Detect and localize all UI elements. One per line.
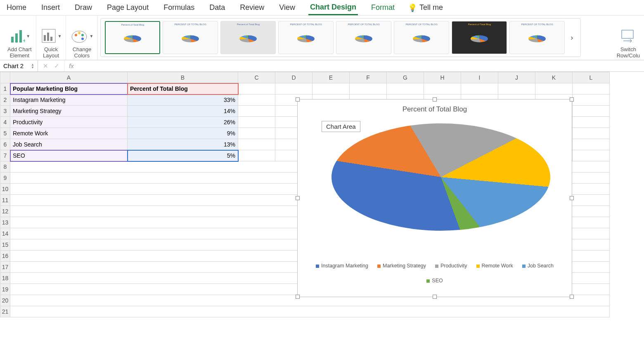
cell-b5[interactable]: 9% [128, 128, 238, 139]
col-header-h[interactable]: H [424, 72, 461, 83]
col-header-c[interactable]: C [238, 72, 275, 83]
gallery-more-button[interactable]: › [567, 33, 576, 42]
tab-home[interactable]: Home [5, 1, 28, 14]
col-header-e[interactable]: E [313, 72, 350, 83]
tell-me[interactable]: 💡 Tell me [408, 3, 443, 12]
change-colors[interactable]: ▼ Change Colors [66, 16, 98, 60]
cell[interactable] [573, 128, 610, 139]
cell-a6[interactable]: Job Search [10, 139, 128, 150]
row-header[interactable]: 4 [0, 117, 10, 128]
accept-formula-icon[interactable]: ✓ [54, 62, 59, 70]
row-header[interactable]: 5 [0, 128, 10, 139]
quick-layout[interactable]: ▼ Quick Layout [36, 16, 66, 60]
resize-handle[interactable] [296, 196, 300, 200]
cell-a7[interactable]: SEO [10, 150, 128, 161]
cell-a2[interactable]: Instagram Marketing [10, 95, 128, 106]
cell[interactable] [313, 83, 350, 95]
col-header-a[interactable]: A [10, 72, 128, 83]
name-box[interactable]: Chart 2 ▲▼ [0, 60, 38, 71]
cell[interactable] [573, 83, 610, 95]
row-header[interactable]: 6 [0, 139, 10, 150]
row-header[interactable]: 21 [0, 306, 10, 317]
legend-item[interactable]: Marketing Strategy [377, 263, 426, 269]
resize-handle[interactable] [570, 97, 574, 102]
legend-item[interactable]: Instagram Marketing [316, 263, 368, 269]
row-header[interactable]: 18 [0, 273, 10, 284]
select-all-corner[interactable] [0, 72, 10, 83]
row-header[interactable]: 3 [0, 106, 10, 117]
cell-a4[interactable]: Productivity [10, 117, 128, 128]
chart-style-7[interactable]: Percent of Total Blog [452, 21, 507, 54]
resize-handle[interactable] [433, 97, 437, 102]
row-header[interactable]: 16 [0, 251, 10, 262]
cell[interactable] [535, 83, 573, 95]
cell-a3[interactable]: Marketing Strategy [10, 106, 128, 117]
cell[interactable] [498, 83, 535, 95]
cell[interactable] [387, 83, 424, 95]
cell[interactable] [350, 83, 387, 95]
tab-draw[interactable]: Draw [73, 1, 94, 14]
cell[interactable] [573, 106, 610, 117]
tab-page-layout[interactable]: Page Layout [105, 1, 150, 14]
legend-item[interactable]: SEO [426, 278, 443, 284]
col-header-k[interactable]: K [535, 72, 573, 83]
cell-b1[interactable]: Percent of Total Blog [128, 83, 238, 95]
cell[interactable] [275, 83, 313, 95]
chart-style-2[interactable]: PERCENT OF TOTAL BLOG [163, 21, 218, 54]
col-header-l[interactable]: L [573, 72, 610, 83]
chart-title[interactable]: Percent of Total Blog [298, 105, 572, 113]
tab-view[interactable]: View [277, 1, 297, 14]
row-header[interactable]: 8 [0, 161, 10, 173]
row-header[interactable]: 15 [0, 239, 10, 251]
row-header[interactable]: 2 [0, 95, 10, 106]
row-header[interactable]: 14 [0, 228, 10, 239]
cell[interactable] [573, 139, 610, 150]
chart-object[interactable]: Percent of Total Blog Chart Area Instagr… [297, 99, 572, 297]
cell[interactable] [238, 150, 275, 161]
cell-b7[interactable]: 5% [128, 150, 238, 161]
col-header-g[interactable]: G [387, 72, 424, 83]
chart-style-1[interactable]: Percent of Total Blog [105, 21, 160, 54]
chart-style-5[interactable]: PERCENT OF TOTAL BLOG [336, 21, 391, 54]
cell[interactable] [238, 106, 275, 117]
resize-handle[interactable] [570, 196, 574, 200]
row-header[interactable]: 9 [0, 173, 10, 184]
row-header[interactable]: 1 [0, 83, 10, 95]
col-header-b[interactable]: B [128, 72, 238, 83]
cell-b6[interactable]: 13% [128, 139, 238, 150]
cell[interactable] [10, 306, 610, 317]
row-header[interactable]: 17 [0, 262, 10, 273]
name-box-stepper[interactable]: ▲▼ [31, 63, 34, 69]
col-header-d[interactable]: D [275, 72, 313, 83]
tab-chart-design[interactable]: Chart Design [308, 0, 358, 15]
row-header[interactable]: 20 [0, 295, 10, 306]
cell[interactable] [573, 95, 610, 106]
cell-b2[interactable]: 33% [128, 95, 238, 106]
switch-row-column[interactable]: Switch Row/Colu [613, 16, 644, 60]
resize-handle[interactable] [296, 97, 300, 102]
col-header-j[interactable]: J [498, 72, 535, 83]
legend-item[interactable]: Remote Work [476, 263, 513, 269]
row-header[interactable]: 12 [0, 206, 10, 217]
chart-style-6[interactable]: PERCENT OF TOTAL BLOG [394, 21, 449, 54]
cell-a5[interactable]: Remote Work [10, 128, 128, 139]
cell[interactable] [238, 128, 275, 139]
add-chart-element[interactable]: + ▼ Add Chart Element [3, 16, 36, 60]
resize-handle[interactable] [296, 295, 300, 299]
cell[interactable] [238, 83, 275, 95]
tab-format[interactable]: Format [369, 1, 396, 14]
resize-handle[interactable] [433, 295, 437, 299]
row-header[interactable]: 7 [0, 150, 10, 161]
col-header-f[interactable]: F [350, 72, 387, 83]
row-header[interactable]: 11 [0, 195, 10, 206]
cell-a1[interactable]: Popular Marketing Blog [10, 83, 128, 95]
chart-style-4[interactable]: PERCENT OF TOTAL BLOG [278, 21, 334, 54]
cell[interactable] [573, 117, 610, 128]
cell-b4[interactable]: 26% [128, 117, 238, 128]
spreadsheet-grid[interactable]: A B C D E F G H I J K L 1 Popular Market… [0, 72, 644, 317]
resize-handle[interactable] [570, 295, 574, 299]
cell[interactable] [424, 83, 461, 95]
tab-insert[interactable]: Insert [40, 1, 62, 14]
tab-review[interactable]: Review [238, 1, 266, 14]
row-header[interactable]: 13 [0, 217, 10, 228]
